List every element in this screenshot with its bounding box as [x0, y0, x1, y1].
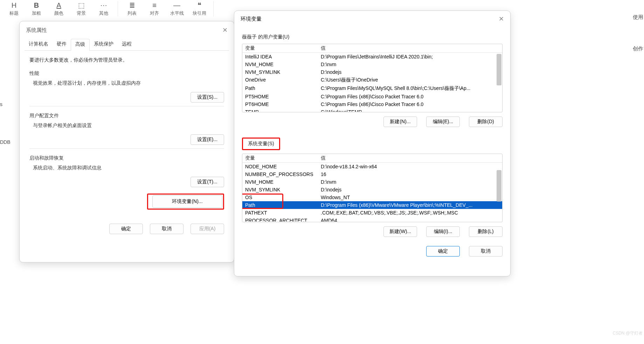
toolbar-bgcolor[interactable]: ⬚背景: [71, 0, 92, 17]
section-title: 启动和故障恢复: [29, 155, 224, 161]
table-row[interactable]: PATHEXT.COM;.EXE;.BAT;.CMD;.VBS;.VBE;.JS…: [242, 209, 502, 217]
toolbar-align[interactable]: ≡对齐: [144, 0, 165, 17]
scrollbar[interactable]: [497, 54, 501, 85]
environment-variables-button[interactable]: 环境变量(N)...: [152, 195, 222, 208]
delete-sys-var-button[interactable]: 删除(L): [469, 226, 503, 237]
var-value: D:\nodejs: [318, 186, 502, 194]
table-row[interactable]: PathC:\Program Files\MySQL\MySQL Shell 8…: [242, 84, 502, 93]
var-value: D:\Program Files (x86)\VMware\VMware Pla…: [318, 201, 502, 209]
performance-section: 性能 视觉效果，处理器计划，内存使用，以及虚拟内存 设置(S)...: [29, 70, 224, 106]
startup-settings-button[interactable]: 设置(T)...: [191, 177, 224, 187]
edit-user-var-button[interactable]: 编辑(E)...: [426, 117, 460, 127]
toolbar-color[interactable]: A颜色: [48, 0, 69, 17]
table-row[interactable]: PT6HOMEC:\Program Files (x86)\Cisco Pack…: [242, 100, 502, 108]
table-row[interactable]: IntelliJ IDEAD:\Program Files\JetBrains\…: [242, 53, 502, 61]
close-icon[interactable]: ✕: [499, 15, 504, 23]
intro-text: 要进行大多数更改，你必须作为管理员登录。: [29, 57, 224, 63]
tab-computer-name[interactable]: 计算机名: [25, 39, 53, 50]
toolbar-divider: [213, 1, 214, 16]
edit-sys-var-button[interactable]: 编辑(I)...: [426, 226, 460, 237]
ok-button[interactable]: 确定: [109, 224, 143, 234]
scrollbar[interactable]: [497, 170, 501, 202]
var-name: PROCESSOR_ARCHITECTURE: [242, 217, 318, 222]
table-row[interactable]: TEMPC:\Windows\TEMP: [242, 108, 502, 112]
toolbar-hr[interactable]: —水平线: [166, 0, 187, 17]
cancel-button[interactable]: 取消: [469, 246, 503, 257]
tab-strip: 计算机名 硬件 高级 系统保护 远程: [25, 39, 229, 51]
apply-button[interactable]: 应用(A): [191, 224, 224, 234]
th-value[interactable]: 值: [318, 44, 502, 52]
dialog-titlebar: 环境变量 ✕: [234, 11, 510, 27]
toolbar-heading[interactable]: H标题: [4, 0, 25, 17]
var-name: OS: [242, 194, 318, 201]
system-vars-table[interactable]: 变量 值 NODE_HOMED:\node-v18.14.2-win-x64NU…: [242, 154, 503, 222]
table-row[interactable]: OneDriveC:\Users\薇薇子\OneDrive: [242, 76, 502, 84]
bg-text: s: [0, 101, 2, 107]
user-vars-table[interactable]: 变量 值 IntelliJ IDEAD:\Program Files\JetBr…: [242, 44, 503, 112]
userprofile-settings-button[interactable]: 设置(E)...: [191, 134, 224, 145]
bg-text: DDB: [0, 139, 11, 145]
var-name: OneDrive: [242, 76, 318, 84]
align-icon: ≡: [152, 1, 157, 9]
new-user-var-button[interactable]: 新建(N)...: [383, 117, 417, 127]
var-name: PATHEXT: [242, 209, 318, 217]
tab-system-protection[interactable]: 系统保护: [90, 39, 118, 50]
heading-icon: H: [12, 1, 16, 9]
toolbar-list[interactable]: ≣列表: [122, 0, 143, 17]
tab-hardware[interactable]: 硬件: [53, 39, 71, 50]
th-variable[interactable]: 变量: [242, 44, 318, 52]
var-value: D:\node-v18.14.2-win-x64: [318, 163, 502, 170]
tab-advanced[interactable]: 高级: [71, 39, 90, 51]
var-name: NUMBER_OF_PROCESSORS: [242, 170, 318, 178]
performance-settings-button[interactable]: 设置(S)...: [191, 92, 224, 103]
dialog-footer: 确定 取消: [234, 240, 510, 262]
quote-icon: ❝: [198, 1, 201, 9]
var-value: D:\nvm: [318, 61, 502, 68]
th-variable[interactable]: 变量: [242, 154, 318, 162]
var-value: C:\Program Files (x86)\Cisco Packet Trac…: [318, 100, 502, 108]
toolbar-bold[interactable]: B加粗: [26, 0, 47, 17]
hr-icon: —: [173, 1, 180, 9]
ok-button[interactable]: 确定: [426, 246, 460, 257]
var-name: PT6HOME: [242, 100, 318, 108]
system-vars-section: 系统变量(S) 变量 值 NODE_HOMED:\node-v18.14.2-w…: [234, 131, 510, 240]
var-name: NVM_SYMLINK: [242, 186, 318, 194]
table-row[interactable]: PathD:\Program Files (x86)\VMware\VMware…: [242, 201, 502, 209]
tab-remote[interactable]: 远程: [118, 39, 136, 50]
table-row[interactable]: PROCESSOR_ARCHITECTUREAMD64: [242, 217, 502, 222]
env-var-row: 环境变量(N)...: [29, 194, 224, 210]
toolbar-other[interactable]: ⋯其他: [93, 0, 114, 17]
table-row[interactable]: PT5HOMEC:\Program Files (x86)\Cisco Pack…: [242, 93, 502, 100]
toolbar-quote[interactable]: ❝块引用: [189, 0, 210, 17]
delete-user-var-button[interactable]: 删除(D): [469, 117, 503, 127]
table-row[interactable]: NODE_HOMED:\node-v18.14.2-win-x64: [242, 163, 502, 170]
th-value[interactable]: 值: [318, 154, 502, 162]
var-name: NVM_HOME: [242, 178, 318, 186]
var-name: NODE_HOME: [242, 163, 318, 170]
var-value: D:\nvm: [318, 178, 502, 186]
var-value: .COM;.EXE;.BAT;.CMD;.VBS;.VBE;.JS;.JSE;.…: [318, 209, 502, 217]
user-vars-section: 薇薇子 的用户变量(U) 变量 值 IntelliJ IDEAD:\Progra…: [234, 27, 510, 131]
startup-recovery-section: 启动和故障恢复 系统启动、系统故障和调试信息 设置(T)...: [29, 155, 224, 187]
table-row[interactable]: NVM_SYMLINKD:\nodejs: [242, 68, 502, 76]
system-vars-label: 系统变量(S): [242, 138, 503, 150]
var-value: D:\Program Files\JetBrains\IntelliJ IDEA…: [318, 53, 502, 61]
cancel-button[interactable]: 取消: [150, 224, 183, 234]
table-row[interactable]: NVM_HOMED:\nvm: [242, 178, 502, 186]
bold-icon: B: [34, 1, 39, 9]
textcolor-icon: A: [56, 1, 61, 9]
new-sys-var-button[interactable]: 新建(W)...: [383, 226, 417, 237]
dialog-body: 要进行大多数更改，你必须作为管理员登录。 性能 视觉效果，处理器计划，内存使用，…: [20, 51, 234, 219]
var-name: PT5HOME: [242, 93, 318, 100]
table-row[interactable]: NVM_SYMLINKD:\nodejs: [242, 186, 502, 194]
dialog-title: 环境变量: [241, 16, 262, 22]
var-name: NVM_SYMLINK: [242, 68, 318, 76]
table-row[interactable]: NVM_HOMED:\nvm: [242, 61, 502, 68]
var-value: C:\Program Files (x86)\Cisco Packet Trac…: [318, 93, 502, 100]
table-row[interactable]: NUMBER_OF_PROCESSORS16: [242, 170, 502, 178]
var-value: C:\Program Files\MySQL\MySQL Shell 8.0\b…: [318, 84, 502, 93]
section-desc: 系统启动、系统故障和调试信息: [33, 165, 224, 171]
close-icon[interactable]: ✕: [222, 26, 228, 34]
section-desc: 视觉效果，处理器计划，内存使用，以及虚拟内存: [33, 80, 224, 86]
table-row[interactable]: OSWindows_NT: [242, 194, 502, 201]
